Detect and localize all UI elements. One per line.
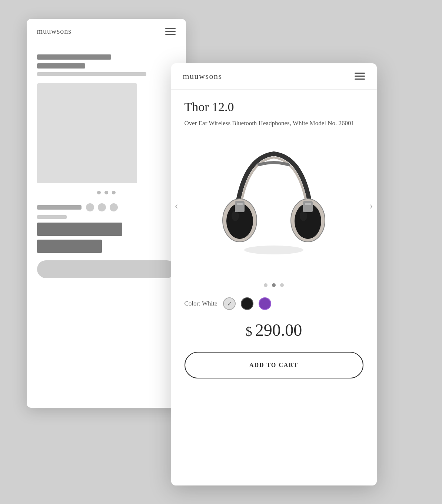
color-swatch-purple[interactable]: [259, 297, 271, 310]
front-nav-bar: muuwsons: [171, 63, 377, 90]
price-amount: 290.00: [255, 321, 302, 340]
svg-point-2: [232, 211, 239, 221]
wf-line-3: [37, 72, 146, 76]
svg-point-7: [300, 211, 307, 221]
color-label: Color: White: [185, 300, 217, 307]
carousel-dot-3[interactable]: [280, 283, 284, 287]
product-info: Thor 12.0 Over Ear Wireless Bluetooth He…: [171, 90, 377, 128]
wf-cdot-3: [110, 203, 118, 211]
wf-row-1: [37, 203, 176, 211]
wf-cdot-1: [86, 203, 94, 211]
wf-dots: [37, 191, 176, 194]
wf-label: [37, 205, 82, 210]
add-to-cart-section: ADD TO CART: [171, 352, 377, 378]
wf-btn-1: [37, 223, 122, 236]
wf-line-4: [37, 215, 67, 219]
front-hamburger-icon[interactable]: [355, 73, 365, 80]
product-image-container: ‹: [171, 128, 377, 283]
add-to-cart-button[interactable]: ADD TO CART: [185, 352, 363, 378]
back-nav-bar: muuwsons: [27, 19, 186, 44]
wf-line-2: [37, 63, 85, 69]
price-display: $290.00: [185, 320, 363, 340]
product-image: [215, 143, 333, 268]
front-logo: muuwsons: [183, 71, 222, 81]
price-dollar: $: [246, 324, 252, 339]
carousel-dot-1[interactable]: [264, 283, 267, 287]
svg-rect-4: [237, 203, 243, 205]
wireframe-card: muuwsons: [27, 19, 186, 408]
color-swatch-white[interactable]: [223, 297, 236, 310]
carousel-next-arrow[interactable]: ›: [369, 200, 373, 211]
back-logo: muuwsons: [37, 27, 72, 36]
product-card: muuwsons Thor 12.0 Over Ear Wireless Blu…: [171, 63, 377, 485]
carousel-prev-arrow[interactable]: ‹: [175, 200, 178, 211]
wf-dot-3: [112, 191, 116, 194]
price-section: $290.00: [171, 320, 377, 340]
back-hamburger-icon[interactable]: [165, 28, 176, 35]
svg-rect-8: [303, 201, 313, 212]
svg-point-10: [244, 246, 303, 254]
wf-image: [37, 83, 137, 183]
wf-dot-2: [104, 191, 108, 194]
product-subtitle: Over Ear Wireless Bluetooth Headphones, …: [185, 119, 363, 128]
svg-rect-9: [305, 203, 311, 205]
color-options: [223, 297, 271, 310]
product-title: Thor 12.0: [185, 100, 363, 114]
svg-rect-3: [235, 201, 245, 212]
wireframe-body: [27, 44, 186, 288]
color-swatch-black[interactable]: [241, 297, 253, 310]
wf-cdot-2: [98, 203, 106, 211]
wf-line-1: [37, 54, 111, 60]
wf-dot-1: [97, 191, 101, 194]
color-section: Color: White: [171, 297, 377, 310]
wf-color-dots: [86, 203, 118, 211]
carousel-dots: [171, 283, 377, 287]
scene: muuwsons: [27, 19, 416, 485]
wf-add-btn: [37, 260, 176, 278]
carousel-dot-2[interactable]: [272, 283, 276, 287]
wf-btn-2: [37, 240, 102, 253]
